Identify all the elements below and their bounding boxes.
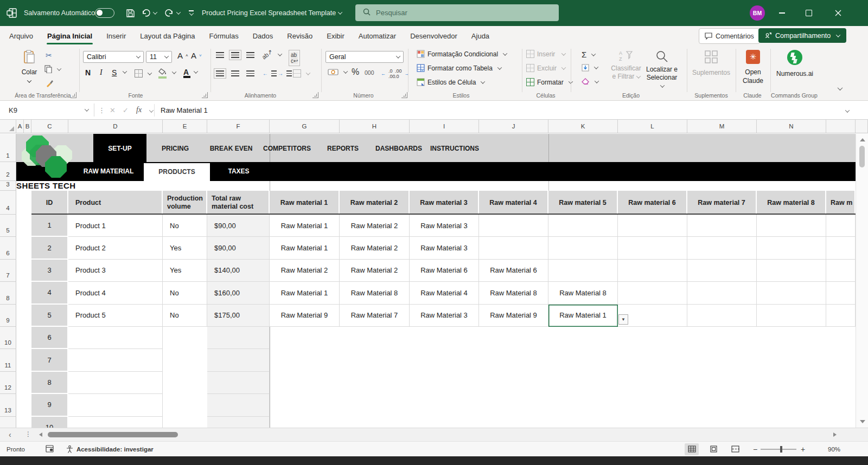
tab-inserir[interactable]: Inserir <box>99 26 133 46</box>
clear-button[interactable] <box>582 78 598 85</box>
addins-button[interactable]: Suplementos <box>692 50 730 76</box>
cell[interactable]: Raw Material 7 <box>340 305 410 327</box>
collapse-ribbon-button[interactable] <box>835 87 842 91</box>
cell[interactable]: 10 <box>31 417 68 428</box>
table-header-cell[interactable]: Raw material 4 <box>479 191 548 215</box>
zoom-in-button[interactable]: + <box>801 445 805 454</box>
autosum-button[interactable]: Σ <box>582 50 595 59</box>
redo-button[interactable] <box>164 0 180 26</box>
cell[interactable]: Raw Material 3 <box>410 237 479 259</box>
scroll-down-icon[interactable] <box>860 420 865 423</box>
cell[interactable]: $175,00 <box>207 305 270 327</box>
cell[interactable]: Raw Material 2 <box>340 237 410 259</box>
tab-pagina-inicial[interactable]: Página Inicial <box>40 26 99 46</box>
increase-indent-button[interactable]: → <box>278 70 292 76</box>
number-format-select[interactable]: Geral <box>326 51 404 63</box>
paste-button[interactable]: Colar <box>18 50 40 83</box>
cell[interactable] <box>68 372 163 394</box>
cell[interactable] <box>68 417 163 428</box>
align-bottom-button[interactable] <box>246 52 254 58</box>
cell[interactable] <box>618 237 687 259</box>
cell[interactable] <box>687 237 757 259</box>
cell[interactable]: Raw Material 6 <box>479 260 548 282</box>
font-size-select[interactable]: 11 <box>146 51 172 63</box>
tab-formulas[interactable]: Fórmulas <box>202 26 246 46</box>
cell[interactable] <box>757 237 826 259</box>
tab-dados[interactable]: Dados <box>246 26 280 46</box>
maximize-button[interactable] <box>796 0 821 26</box>
insert-function-button[interactable]: fx <box>136 106 142 114</box>
cell[interactable]: 3 <box>31 260 68 282</box>
table-header-cell[interactable]: Product <box>68 191 163 215</box>
cell[interactable]: Raw Material 2 <box>340 260 410 282</box>
number-dialog-launcher[interactable] <box>401 92 407 98</box>
table-header-cell[interactable]: Raw m <box>826 191 856 215</box>
avatar[interactable]: BM <box>750 5 765 21</box>
cell[interactable]: Product 4 <box>68 282 163 304</box>
cell[interactable] <box>826 305 856 327</box>
cell[interactable] <box>479 215 548 237</box>
increase-font-button[interactable]: A˄ <box>177 51 188 60</box>
cell[interactable]: Raw Material 8 <box>548 282 618 304</box>
underline-dropdown[interactable] <box>120 70 126 74</box>
decrease-font-button[interactable]: A˅ <box>191 51 202 60</box>
alignment-dialog-launcher[interactable] <box>312 92 318 98</box>
excel-app-icon[interactable] <box>7 0 17 26</box>
subtab-products[interactable]: PRODUCTS <box>144 163 210 183</box>
cell[interactable] <box>757 282 826 304</box>
format-cells-button[interactable]: Formatar <box>526 78 572 86</box>
table-header-cell[interactable]: Raw material 8 <box>757 191 826 215</box>
clipboard-dialog-launcher[interactable] <box>71 92 76 98</box>
font-family-select[interactable]: Calibri <box>83 51 144 63</box>
align-top-button[interactable] <box>216 52 224 58</box>
cell[interactable] <box>479 237 548 259</box>
subtab-raw-material[interactable]: RAW MATERIAL <box>84 167 133 175</box>
search-input[interactable]: Pesquisar <box>355 4 559 21</box>
scroll-up-icon[interactable] <box>860 138 865 141</box>
quick-access-more-icon[interactable] <box>189 0 194 26</box>
cell[interactable] <box>757 305 826 327</box>
namebox-splitter[interactable]: ⋮ <box>98 106 105 114</box>
cell[interactable] <box>68 394 163 416</box>
tab-revisao[interactable]: Revisão <box>280 26 320 46</box>
document-title[interactable]: Product Pricing Excel Spreadsheet Templa… <box>202 0 342 26</box>
cell[interactable] <box>618 260 687 282</box>
format-painter-button[interactable] <box>46 79 54 87</box>
share-button[interactable]: Compartilhamento <box>758 28 846 43</box>
conditional-formatting-button[interactable]: Formatação Condicional <box>417 50 507 58</box>
nav-tab-dashboards[interactable]: DASHBOARDS <box>375 145 422 152</box>
orientation-button[interactable]: ab↗ <box>261 51 282 58</box>
borders-button[interactable] <box>135 69 151 78</box>
accessibility-status[interactable]: Acessibilidade: investigar <box>66 445 154 453</box>
tab-desenvolvedor[interactable]: Desenvolvedor <box>403 26 464 46</box>
cell[interactable]: Product 1 <box>68 215 163 237</box>
align-right-button[interactable] <box>246 70 254 76</box>
cut-button[interactable]: ✂ <box>46 51 52 60</box>
zoom-level[interactable]: 90% <box>828 446 840 453</box>
accounting-format-button[interactable] <box>328 68 347 76</box>
comma-style-button[interactable]: 000 <box>365 69 374 76</box>
cell[interactable]: Raw Material 1 <box>270 282 340 304</box>
zoom-slider-thumb[interactable] <box>780 446 782 453</box>
insert-cells-button[interactable]: Inserir <box>526 50 565 58</box>
cell[interactable]: 5 <box>31 305 68 327</box>
cell[interactable]: Raw Material 8 <box>479 282 548 304</box>
sheet-tab-scroll-left-icon[interactable]: ‹ <box>9 430 14 439</box>
table-header-cell[interactable]: Production volume <box>163 191 207 215</box>
cell[interactable]: Yes <box>163 260 207 282</box>
hscroll-right-icon[interactable] <box>833 432 837 437</box>
align-center-button[interactable] <box>231 70 239 76</box>
sort-filter-button[interactable]: AZ Classificare Filtrar <box>612 50 640 81</box>
fx-dropdown-icon[interactable] <box>149 108 154 112</box>
cell[interactable] <box>618 305 687 327</box>
cell[interactable]: No <box>163 305 207 327</box>
nav-tab-instructions[interactable]: INSTRUCTIONS <box>430 145 479 152</box>
formula-input[interactable]: Raw Material 1 <box>161 106 208 114</box>
wrap-text-button[interactable]: abc↩ <box>291 52 298 64</box>
fill-button[interactable] <box>582 64 598 72</box>
tab-exibir[interactable]: Exibir <box>320 26 352 46</box>
find-select-button[interactable]: Localizar eSelecionar <box>644 50 679 90</box>
cell[interactable] <box>826 260 856 282</box>
nav-tab-pricing[interactable]: PRICING <box>162 145 189 152</box>
zoom-slider[interactable] <box>761 449 796 450</box>
